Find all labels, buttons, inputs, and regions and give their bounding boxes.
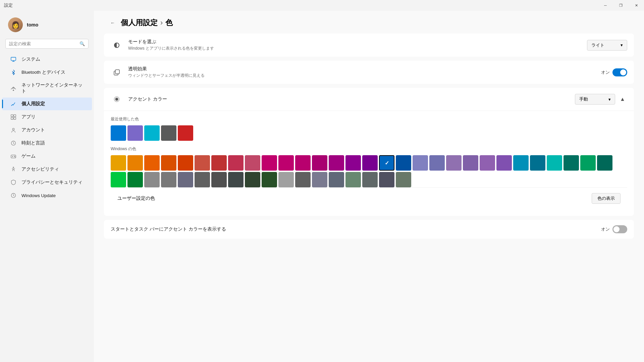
- sidebar-item-network[interactable]: ネットワークとインターネット: [2, 79, 92, 97]
- breadcrumb-current: 色: [165, 18, 173, 28]
- recent-color-swatch[interactable]: [161, 125, 176, 141]
- sidebar-item-apps[interactable]: アプリ: [2, 111, 92, 123]
- windows-color-swatch[interactable]: [195, 172, 210, 187]
- minimize-button[interactable]: ─: [598, 0, 613, 11]
- accent-value: 手動: [579, 96, 588, 102]
- windows-color-swatch[interactable]: [496, 155, 512, 171]
- app-body: 👩 tomo 🔍 システム Bluetooth とデバイス ネットワークとインタ…: [0, 11, 644, 362]
- recent-color-swatch[interactable]: [144, 125, 160, 141]
- windows-color-swatch[interactable]: [312, 172, 327, 187]
- accent-dropdown[interactable]: 手動 ▾: [575, 94, 615, 105]
- content-area: ← 個人用設定 › 色 モードを選ぶ Windows とアプリに表示される色を変…: [94, 11, 644, 362]
- windows-color-swatch[interactable]: [245, 172, 260, 187]
- sidebar-item-system[interactable]: システム: [2, 53, 92, 66]
- transparency-text: 透明効果 ウィンドウとサーフェスが半透明に見える: [128, 66, 601, 78]
- windows-color-swatch[interactable]: [295, 172, 311, 187]
- back-button[interactable]: ←: [107, 17, 118, 28]
- windows-color-swatch[interactable]: [362, 172, 378, 187]
- windows-color-swatch[interactable]: [161, 155, 176, 171]
- windows-color-swatch[interactable]: [413, 155, 428, 171]
- sidebar-item-gaming[interactable]: ゲーム: [2, 150, 92, 163]
- accent-label: アクセント カラー: [128, 96, 575, 102]
- windows-colors-title: Windows の色: [111, 146, 627, 152]
- windows-color-swatch[interactable]: [396, 172, 411, 187]
- windows-color-swatch[interactable]: [127, 172, 143, 187]
- windows-color-swatch[interactable]: [580, 155, 596, 171]
- windows-color-swatch[interactable]: [211, 155, 227, 171]
- sidebar-item-bluetooth[interactable]: Bluetooth とデバイス: [2, 66, 92, 79]
- windows-color-swatch[interactable]: [295, 155, 311, 171]
- windows-colors-grid: [111, 155, 627, 187]
- svg-rect-4: [11, 117, 13, 119]
- recent-color-swatch[interactable]: [127, 125, 143, 141]
- sidebar-item-label: アカウント: [21, 127, 45, 133]
- close-button[interactable]: ✕: [629, 0, 644, 11]
- sidebar-item-accessibility[interactable]: アクセシビリティ: [2, 163, 92, 176]
- windows-color-swatch[interactable]: [429, 155, 445, 171]
- windows-color-swatch[interactable]: [564, 155, 579, 171]
- windows-color-swatch[interactable]: [362, 155, 378, 171]
- windows-color-swatch[interactable]: [513, 155, 529, 171]
- windows-color-swatch[interactable]: [396, 155, 411, 171]
- windows-color-swatch[interactable]: [278, 172, 294, 187]
- sidebar-item-label: システム: [21, 56, 40, 62]
- windows-color-swatch[interactable]: [379, 172, 394, 187]
- titlebar: 設定 ─ ❐ ✕: [0, 0, 644, 11]
- sidebar-item-accounts[interactable]: アカウント: [2, 124, 92, 136]
- windows-color-swatch[interactable]: [262, 172, 277, 187]
- windows-color-swatch[interactable]: [463, 155, 478, 171]
- windows-color-swatch[interactable]: [161, 172, 176, 187]
- bottom-control: オン: [601, 225, 627, 233]
- accent-collapse-button[interactable]: ▲: [618, 95, 627, 104]
- restore-button[interactable]: ❐: [613, 0, 629, 11]
- windows-color-swatch[interactable]: [597, 155, 612, 171]
- accent-icon: [111, 93, 123, 105]
- bottom-toggle[interactable]: [612, 225, 627, 233]
- windows-color-swatch[interactable]: [262, 155, 277, 171]
- sidebar-item-time[interactable]: 時刻と言語: [2, 137, 92, 149]
- transparency-row: 透明効果 ウィンドウとサーフェスが半透明に見える オン: [104, 61, 634, 84]
- sidebar-item-privacy[interactable]: プライバシーとセキュリティ: [2, 176, 92, 189]
- mode-desc: Windows とアプリに表示される色を変更します: [128, 46, 587, 51]
- svg-point-1: [13, 90, 14, 91]
- windows-color-swatch[interactable]: [111, 172, 126, 187]
- windows-color-swatch[interactable]: [228, 155, 244, 171]
- windows-color-swatch[interactable]: [547, 155, 562, 171]
- windows-color-swatch[interactable]: [178, 172, 193, 187]
- search-box[interactable]: 🔍: [5, 39, 89, 49]
- mode-dropdown[interactable]: ライト ▾: [587, 40, 627, 51]
- show-color-button[interactable]: 色の表示: [592, 193, 621, 204]
- windows-color-swatch[interactable]: [278, 155, 294, 171]
- svg-point-11: [13, 167, 14, 168]
- mode-row: モードを選ぶ Windows とアプリに表示される色を変更します ライト ▾: [104, 34, 634, 57]
- sidebar-item-personalization[interactable]: 個人用設定: [2, 98, 92, 110]
- sidebar-item-label: アプリ: [21, 114, 36, 120]
- sidebar: 👩 tomo 🔍 システム Bluetooth とデバイス ネットワークとインタ…: [0, 11, 94, 362]
- windows-color-swatch[interactable]: [379, 155, 394, 171]
- windows-color-swatch[interactable]: [127, 155, 143, 171]
- windows-color-swatch[interactable]: [345, 172, 361, 187]
- svg-point-6: [12, 128, 14, 130]
- sidebar-item-label: アクセシビリティ: [21, 166, 59, 172]
- windows-color-swatch[interactable]: [144, 172, 160, 187]
- windows-color-swatch[interactable]: [245, 155, 260, 171]
- windows-color-swatch[interactable]: [178, 155, 193, 171]
- transparency-toggle[interactable]: [612, 68, 627, 76]
- windows-color-swatch[interactable]: [228, 172, 244, 187]
- windows-color-swatch[interactable]: [195, 155, 210, 171]
- recent-color-swatch[interactable]: [178, 125, 193, 141]
- windows-color-swatch[interactable]: [211, 172, 227, 187]
- accessibility-icon: [10, 166, 17, 173]
- windows-color-swatch[interactable]: [345, 155, 361, 171]
- windows-color-swatch[interactable]: [480, 155, 495, 171]
- windows-color-swatch[interactable]: [446, 155, 462, 171]
- windows-color-swatch[interactable]: [329, 172, 344, 187]
- recent-color-swatch[interactable]: [111, 125, 126, 141]
- sidebar-item-windows_update[interactable]: Windows Update: [2, 189, 92, 202]
- windows-color-swatch[interactable]: [530, 155, 545, 171]
- search-input[interactable]: [9, 41, 77, 46]
- windows-color-swatch[interactable]: [111, 155, 126, 171]
- windows-color-swatch[interactable]: [312, 155, 327, 171]
- windows-color-swatch[interactable]: [329, 155, 344, 171]
- windows-color-swatch[interactable]: [144, 155, 160, 171]
